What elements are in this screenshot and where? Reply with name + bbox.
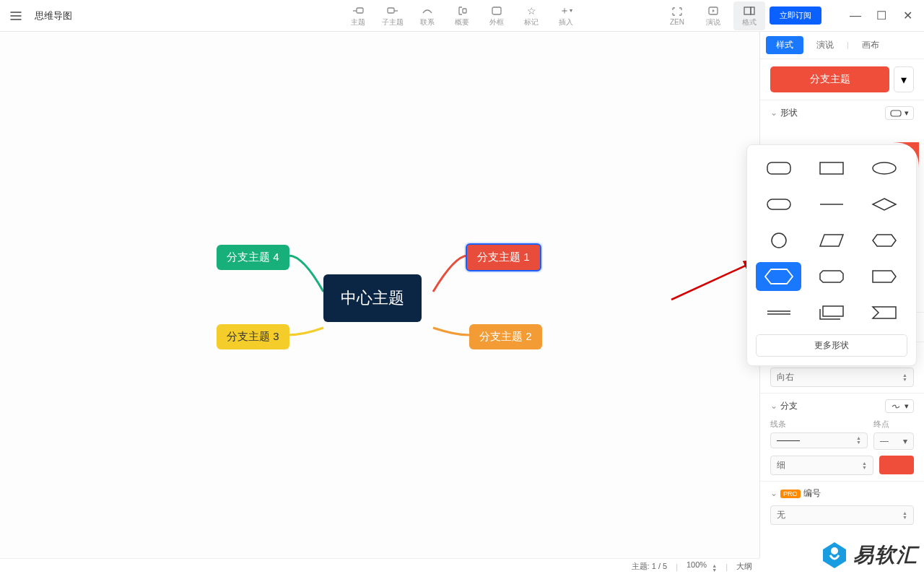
thickness-select[interactable]: 细▲▼ <box>770 456 873 475</box>
shape-rect[interactable] <box>808 154 854 183</box>
chevron-down-icon: ⌄ <box>770 108 777 118</box>
line-style-select[interactable]: ▲▼ <box>770 432 868 448</box>
tb-main-topic[interactable]: 主题 <box>342 1 374 30</box>
shape-rounded-rect[interactable] <box>756 154 801 183</box>
format-icon <box>744 4 755 17</box>
tb-boundary[interactable]: 外框 <box>481 1 513 30</box>
shape-pill[interactable] <box>756 190 801 219</box>
tb-sub-topic[interactable]: 子主题 <box>377 1 409 30</box>
status-topic-count: 主题: 1 / 5 <box>632 561 668 572</box>
end-label: 终点 <box>873 419 914 430</box>
more-shapes-button[interactable]: 更多形状 <box>756 334 907 357</box>
section-shape-label: 形状 <box>780 108 798 118</box>
svg-rect-13 <box>767 199 790 209</box>
svg-rect-5 <box>744 7 751 14</box>
tb-insert[interactable]: ＋▾插入 <box>550 1 582 30</box>
svg-rect-0 <box>357 8 363 13</box>
topic-type-dropdown[interactable]: ▾ <box>894 66 914 92</box>
node-branch-1-selected[interactable]: 分支主题 1 <box>466 243 541 271</box>
summary-icon <box>456 4 468 17</box>
window-maximize[interactable]: ☐ <box>871 7 892 25</box>
shape-tag[interactable] <box>862 262 907 291</box>
window-minimize[interactable]: — <box>845 7 866 25</box>
direction-select[interactable]: 向右▲▼ <box>770 368 914 387</box>
section-branch-label: 分支 <box>780 401 798 411</box>
section-number-label: 编号 <box>803 488 821 498</box>
shape-diamond[interactable] <box>862 190 907 219</box>
pro-badge: PRO <box>780 490 801 498</box>
window-close[interactable]: ✕ <box>897 7 918 25</box>
tb-zen[interactable]: ZEN <box>661 1 693 30</box>
svg-point-15 <box>772 233 786 248</box>
tb-summary[interactable]: 概要 <box>446 1 478 30</box>
subscribe-button[interactable]: 立即订阅 <box>770 6 821 25</box>
relation-icon <box>422 4 433 17</box>
node-center[interactable]: 中心主题 <box>323 274 422 322</box>
chevron-down-icon: ⌄ <box>770 401 777 411</box>
line-label: 线条 <box>770 419 868 430</box>
chevron-down-icon: ⌄ <box>770 488 777 498</box>
svg-rect-3 <box>492 7 501 14</box>
shape-banner[interactable] <box>862 298 907 327</box>
plus-icon: ＋▾ <box>559 4 572 17</box>
panel-tab-present[interactable]: 演说 <box>806 36 844 54</box>
star-icon: ☆ <box>527 4 536 17</box>
tb-relation[interactable]: 联系 <box>411 1 443 30</box>
sub-topic-icon <box>387 4 398 17</box>
status-bar: 主题: 1 / 5 | 100% ▲▼ | 大纲 <box>0 558 759 574</box>
svg-rect-11 <box>820 162 843 174</box>
status-outline[interactable]: 大纲 <box>736 561 752 572</box>
main-topic-icon <box>352 4 364 17</box>
tb-present[interactable]: 演说 <box>697 1 729 30</box>
svg-rect-18 <box>823 306 843 316</box>
svg-rect-6 <box>751 7 754 14</box>
hamburger-menu-icon[interactable] <box>6 6 26 26</box>
shape-hexagon[interactable] <box>862 226 907 255</box>
shape-circle[interactable] <box>756 226 801 255</box>
node-branch-4[interactable]: 分支主题 4 <box>217 245 289 270</box>
shape-hexagon-wide-selected[interactable] <box>756 262 801 291</box>
watermark-icon <box>820 541 849 570</box>
topic-type-button[interactable]: 分支主题 <box>770 66 889 92</box>
status-zoom[interactable]: 100% ▲▼ <box>687 560 717 573</box>
boundary-icon <box>491 4 502 17</box>
shape-parallelogram[interactable] <box>808 226 854 255</box>
svg-point-19 <box>831 547 838 555</box>
shape-popup: 更多形状 <box>746 144 917 366</box>
svg-rect-8 <box>891 110 901 116</box>
svg-rect-2 <box>463 9 466 13</box>
panel-tab-style[interactable]: 样式 <box>766 36 803 54</box>
shape-double-line[interactable] <box>756 298 801 327</box>
mindmap-canvas[interactable]: 中心主题 分支主题 4 分支主题 3 分支主题 1 分支主题 2 <box>0 32 759 558</box>
present-icon <box>707 4 719 17</box>
svg-rect-1 <box>388 8 394 13</box>
shape-stack[interactable] <box>808 298 854 327</box>
node-branch-2[interactable]: 分支主题 2 <box>469 324 542 349</box>
app-title: 思维导图 <box>35 9 72 22</box>
popup-corner-decor <box>893 142 919 168</box>
end-style-select[interactable]: — ▾ <box>873 432 914 450</box>
watermark: 易软汇 <box>820 541 918 570</box>
svg-rect-10 <box>767 162 790 174</box>
shape-bevel-rect[interactable] <box>808 262 854 291</box>
shape-line[interactable] <box>808 190 854 219</box>
tb-format[interactable]: 格式 <box>733 1 765 30</box>
shape-preview-dropdown[interactable]: ▾ <box>885 106 914 120</box>
tb-marker[interactable]: ☆标记 <box>515 1 547 30</box>
branch-style-dropdown[interactable]: ▾ <box>885 399 914 413</box>
node-branch-3[interactable]: 分支主题 3 <box>217 324 289 349</box>
number-select[interactable]: 无▲▼ <box>770 505 914 525</box>
zen-icon <box>671 5 683 18</box>
branch-color-swatch[interactable] <box>879 456 914 474</box>
panel-tab-canvas[interactable]: 画布 <box>852 36 889 54</box>
